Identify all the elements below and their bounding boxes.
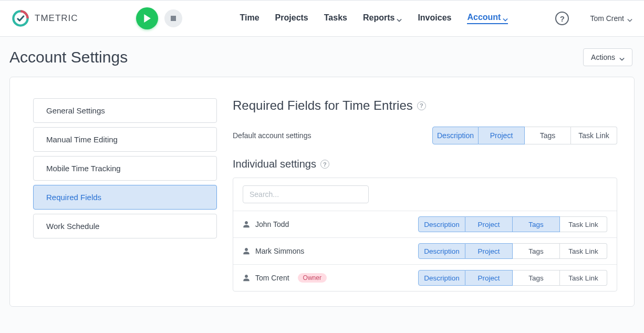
nav-reports[interactable]: Reports	[363, 13, 402, 24]
sidebar-item-mobile-time-tracking[interactable]: Mobile Time Tracking	[33, 156, 217, 181]
search-input[interactable]	[243, 185, 369, 203]
page-title: Account Settings	[9, 48, 128, 66]
toggle-project[interactable]: Project	[479, 127, 525, 144]
member-toggle-group: DescriptionProjectTagsTask Link	[418, 216, 607, 232]
chevron-down-icon	[503, 15, 508, 20]
toggle-tasklink[interactable]: Task Link	[560, 243, 607, 259]
stop-icon	[171, 16, 176, 21]
help-tooltip-icon[interactable]: ?	[417, 101, 426, 110]
member-name: Tom Crent	[255, 274, 289, 282]
search-row	[233, 178, 617, 211]
settings-sidebar: General Settings Manual Time Editing Mob…	[33, 98, 217, 292]
chevron-down-icon	[397, 15, 402, 20]
sidebar-item-label: Required Fields	[46, 193, 101, 202]
help-tooltip-icon[interactable]: ?	[320, 160, 329, 169]
toggle-project[interactable]: Project	[465, 270, 513, 286]
individual-title-text: Individual settings	[233, 158, 316, 170]
toggle-project[interactable]: Project	[465, 243, 513, 259]
sidebar-item-general-settings[interactable]: General Settings	[33, 98, 217, 123]
member-toggle-group: DescriptionProjectTagsTask Link	[418, 270, 607, 286]
default-toggle-group: DescriptionProjectTagsTask Link	[432, 127, 617, 144]
toggle-tags[interactable]: Tags	[525, 127, 571, 144]
sidebar-item-label: Mobile Time Tracking	[46, 164, 121, 173]
user-menu[interactable]: Tom Crent	[590, 14, 632, 23]
member-name: John Todd	[255, 220, 289, 228]
toggle-description[interactable]: Description	[418, 270, 465, 286]
nav-label: Projects	[275, 13, 308, 23]
member-user: John Todd	[243, 220, 289, 228]
timer-controls	[136, 7, 182, 29]
toggle-tasklink[interactable]: Task Link	[560, 270, 607, 286]
nav-label: Tasks	[324, 13, 347, 23]
nav-account[interactable]: Account	[467, 13, 508, 24]
user-icon	[243, 221, 250, 228]
user-icon	[243, 274, 250, 282]
nav-time[interactable]: Time	[240, 13, 259, 24]
start-timer-button[interactable]	[136, 7, 158, 29]
nav-label: Account	[467, 13, 501, 22]
owner-badge: Owner	[298, 273, 327, 283]
sidebar-item-label: General Settings	[46, 106, 105, 115]
individual-section-title: Individual settings ?	[233, 158, 617, 170]
brand: TMETRIC	[12, 9, 78, 27]
chevron-down-icon	[627, 16, 632, 21]
main-nav: Time Projects Tasks Reports Invoices Acc…	[240, 13, 508, 24]
nav-label: Invoices	[418, 13, 451, 23]
member-row: John ToddDescriptionProjectTagsTask Link	[233, 211, 617, 237]
section-title-text: Required Fields for Time Entries	[233, 98, 413, 113]
sidebar-item-manual-time-editing[interactable]: Manual Time Editing	[33, 127, 217, 152]
toggle-description[interactable]: Description	[418, 243, 465, 259]
actions-button[interactable]: Actions	[583, 48, 632, 66]
toggle-project[interactable]: Project	[465, 216, 513, 232]
user-icon	[243, 247, 250, 255]
member-user: Mark Simmons	[243, 247, 304, 255]
nav-label: Reports	[363, 13, 394, 23]
sidebar-item-required-fields[interactable]: Required Fields	[33, 185, 217, 210]
individual-settings-table: John ToddDescriptionProjectTagsTask Link…	[233, 178, 617, 292]
member-toggle-group: DescriptionProjectTagsTask Link	[418, 243, 607, 259]
member-row: Mark SimmonsDescriptionProjectTagsTask L…	[233, 237, 617, 264]
toggle-tags[interactable]: Tags	[513, 270, 560, 286]
chevron-down-icon	[619, 55, 625, 60]
nav-invoices[interactable]: Invoices	[418, 13, 451, 24]
user-name: Tom Crent	[590, 14, 624, 23]
top-bar: TMETRIC Time Projects Tasks Reports Invo…	[0, 0, 644, 37]
sidebar-item-label: Work Schedule	[46, 222, 99, 231]
actions-label: Actions	[591, 53, 615, 61]
toggle-description[interactable]: Description	[418, 216, 465, 232]
nav-label: Time	[240, 13, 259, 23]
nav-projects[interactable]: Projects	[275, 13, 308, 24]
sidebar-item-work-schedule[interactable]: Work Schedule	[33, 214, 217, 238]
member-row: Tom CrentOwnerDescriptionProjectTagsTask…	[233, 264, 617, 291]
stop-timer-button[interactable]	[164, 9, 182, 27]
toggle-tags[interactable]: Tags	[513, 216, 560, 232]
member-name: Mark Simmons	[255, 247, 304, 255]
brand-logo-icon	[12, 9, 29, 27]
sidebar-item-label: Manual Time Editing	[46, 135, 118, 144]
page-header: Account Settings Actions	[0, 37, 644, 77]
play-icon	[143, 14, 151, 23]
settings-main: Required Fields for Time Entries ? Defau…	[233, 98, 617, 292]
help-icon[interactable]: ?	[555, 12, 569, 25]
default-settings-label: Default account settings	[233, 131, 311, 140]
toggle-description[interactable]: Description	[432, 127, 479, 144]
settings-card: General Settings Manual Time Editing Mob…	[9, 77, 635, 307]
member-user: Tom CrentOwner	[243, 273, 327, 283]
toggle-tags[interactable]: Tags	[513, 243, 560, 259]
default-settings-row: Default account settings DescriptionProj…	[233, 127, 617, 144]
toggle-tasklink[interactable]: Task Link	[571, 127, 617, 144]
nav-tasks[interactable]: Tasks	[324, 13, 347, 24]
brand-name: TMETRIC	[35, 13, 78, 24]
section-title: Required Fields for Time Entries ?	[233, 98, 617, 113]
toggle-tasklink[interactable]: Task Link	[560, 216, 607, 232]
